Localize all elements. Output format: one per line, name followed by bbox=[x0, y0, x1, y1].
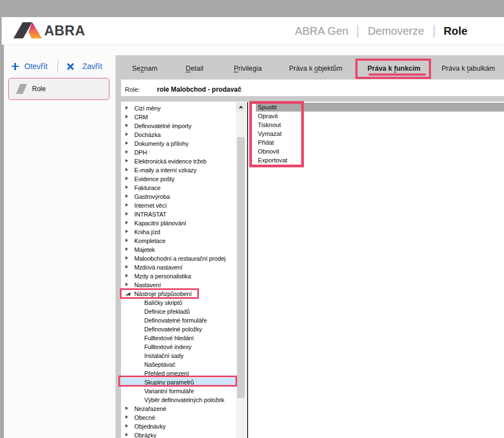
tree-item[interactable]: Přehled omezení bbox=[121, 369, 236, 378]
tree-item[interactable]: DPH bbox=[121, 148, 236, 157]
abra-logo-icon bbox=[13, 22, 42, 39]
tree-item-label: Nezařazené bbox=[134, 405, 166, 412]
tree-item[interactable]: Elektronická evidence tržeb bbox=[121, 157, 236, 166]
tab[interactable]: Seznam bbox=[132, 65, 158, 72]
tree-item[interactable]: Skupiny parametrů bbox=[121, 378, 236, 387]
tree-item[interactable]: Mzdová nastavení bbox=[121, 263, 236, 272]
rights-list-item[interactable]: Obnovit bbox=[256, 147, 504, 156]
rights-list-item[interactable]: Tisknout bbox=[256, 120, 504, 129]
tree-item[interactable]: Gastrovýroba bbox=[121, 192, 236, 201]
tree-expander-icon[interactable] bbox=[125, 407, 128, 410]
tree-expander-icon[interactable] bbox=[125, 159, 128, 162]
scroll-up-button[interactable] bbox=[236, 102, 246, 112]
tree-item-label: Nastavení bbox=[134, 282, 161, 288]
tab[interactable]: Privilegia bbox=[234, 65, 262, 72]
tree-expander-icon[interactable] bbox=[125, 141, 128, 145]
tree-item[interactable]: Definovatelné položky bbox=[121, 325, 236, 334]
close-button[interactable]: Zavřít bbox=[67, 62, 102, 71]
tree-item[interactable]: Fulltextové indexy bbox=[121, 342, 236, 351]
tree-item[interactable]: Mzdy a personalistika bbox=[121, 272, 236, 281]
tree-item[interactable]: Kapacitní plánování bbox=[121, 219, 236, 228]
tree-expander-icon[interactable] bbox=[125, 186, 128, 189]
tab[interactable]: Práva k objektům bbox=[289, 65, 343, 72]
tree-expander-icon[interactable] bbox=[125, 133, 128, 136]
tree-item[interactable]: CRM bbox=[121, 113, 236, 122]
tree-expander-icon[interactable] bbox=[125, 124, 128, 127]
tree-item[interactable]: Variantní formuláře bbox=[121, 387, 236, 395]
tab[interactable]: Detail bbox=[186, 65, 203, 72]
arrow-up-icon bbox=[239, 105, 243, 108]
tree-expander-icon[interactable] bbox=[125, 194, 128, 198]
tree-item-label: Mzdy a personalistika bbox=[134, 273, 191, 279]
tree-item[interactable]: Docházka bbox=[121, 130, 236, 139]
tree-item[interactable]: Cizí měny bbox=[121, 104, 236, 113]
tree-item-label: Elektronická evidence tržeb bbox=[134, 158, 206, 165]
tree-item[interactable]: Internet věcí bbox=[121, 201, 236, 210]
tree-item[interactable]: Dokumenty a přílohy bbox=[121, 139, 236, 148]
tree-item[interactable]: Nastavení bbox=[121, 281, 236, 289]
scrollbar-thumb[interactable] bbox=[237, 137, 245, 398]
rights-list-item[interactable]: Přidat bbox=[256, 138, 504, 147]
open-button[interactable]: Otevřít bbox=[12, 62, 48, 71]
tree-item[interactable]: Nezařazené bbox=[121, 404, 236, 413]
tree-expander-icon[interactable] bbox=[125, 274, 128, 277]
tree-item[interactable]: Výběr definovatelných položek bbox=[121, 395, 236, 404]
tree-expander-icon[interactable] bbox=[125, 203, 128, 207]
tab[interactable]: Práva k funkcím bbox=[368, 65, 421, 72]
tree-item[interactable]: Obecné bbox=[121, 413, 236, 422]
tree-item-label: Instalační sady bbox=[144, 352, 183, 359]
tree-item[interactable]: Instalační sady bbox=[121, 351, 236, 360]
tree-item[interactable]: Definovatelné formuláře bbox=[121, 316, 236, 325]
title-app-name: ABRA Gen bbox=[295, 25, 349, 38]
tree-item-label: Fulltextové hledání bbox=[144, 335, 194, 341]
tab[interactable]: Práva k tabulkám bbox=[442, 65, 495, 72]
app-body: Otevřít Zavřít Role SeznamDetailPrivileg… bbox=[4, 45, 504, 438]
tree-item[interactable]: INTRASTAT bbox=[121, 210, 236, 219]
tree-expander-icon[interactable] bbox=[125, 212, 128, 215]
sidebar-item-role[interactable]: Role bbox=[8, 78, 109, 100]
tree-item-label: Docházka bbox=[134, 131, 161, 138]
tree-expander-icon[interactable] bbox=[125, 106, 128, 109]
tree-expander-icon[interactable] bbox=[125, 239, 128, 242]
tree-item[interactable]: Definice překladů bbox=[121, 307, 236, 316]
tree-item[interactable]: Maloobchodní a restaurační prodej bbox=[121, 254, 236, 263]
tree-expander-icon[interactable] bbox=[125, 150, 128, 154]
tree-expander-icon[interactable] bbox=[125, 247, 128, 251]
tree-item[interactable]: Kniha jízd bbox=[121, 228, 236, 236]
tree-item[interactable]: Obrázky bbox=[121, 431, 236, 438]
tree-item[interactable]: Nástroje přizpůsobení bbox=[121, 289, 236, 298]
tree-item-label: Cizí měny bbox=[134, 105, 161, 112]
tree-item[interactable]: Kompletace bbox=[121, 236, 236, 245]
tree-expander-icon[interactable] bbox=[125, 292, 130, 295]
rights-list-item[interactable]: Exportovat bbox=[256, 156, 504, 165]
rights-list-item[interactable]: Vymazat bbox=[256, 129, 504, 138]
tree-expander-icon[interactable] bbox=[125, 424, 128, 428]
tree-expander-icon[interactable] bbox=[125, 265, 128, 268]
tree-item[interactable]: Evidence pošty bbox=[121, 175, 236, 183]
tree-item[interactable]: E-maily a interní vzkazy bbox=[121, 166, 236, 175]
tree-item[interactable]: Fulltextové hledání bbox=[121, 334, 236, 342]
tree-item[interactable]: Objednávky bbox=[121, 422, 236, 431]
rights-list-item[interactable]: Spustit bbox=[256, 103, 504, 112]
tree-item-label: Výběr definovatelných položek bbox=[144, 397, 224, 403]
tree-expander-icon[interactable] bbox=[125, 177, 128, 180]
tree-expander-icon[interactable] bbox=[125, 115, 128, 118]
rights-list-item[interactable]: Opravit bbox=[256, 112, 504, 120]
tree-item[interactable]: Majetek bbox=[121, 245, 236, 254]
tree-expander-icon[interactable] bbox=[125, 256, 128, 260]
tree-expander-icon[interactable] bbox=[125, 221, 128, 224]
tree-expander-icon[interactable] bbox=[125, 168, 128, 171]
tree-expander-icon[interactable] bbox=[125, 415, 128, 419]
tree-expander-icon[interactable] bbox=[125, 230, 128, 233]
tree-expander-icon[interactable] bbox=[125, 283, 128, 286]
tree-item[interactable]: Našeptávač bbox=[121, 360, 236, 369]
tree-item[interactable]: Balíčky skriptů bbox=[121, 298, 236, 307]
rights-item-label: Přidat bbox=[258, 139, 274, 146]
tree-expander-icon[interactable] bbox=[125, 433, 128, 436]
tree-item[interactable]: Fakturace bbox=[121, 183, 236, 192]
plus-icon bbox=[12, 63, 19, 70]
tree-scrollbar[interactable] bbox=[236, 102, 246, 438]
tree-item[interactable]: Definovatelné importy bbox=[121, 122, 236, 130]
function-rights-list: Spustit Opravit Tisknout Vymazat Přidat … bbox=[256, 103, 504, 165]
tree-item-label: CRM bbox=[134, 114, 148, 120]
